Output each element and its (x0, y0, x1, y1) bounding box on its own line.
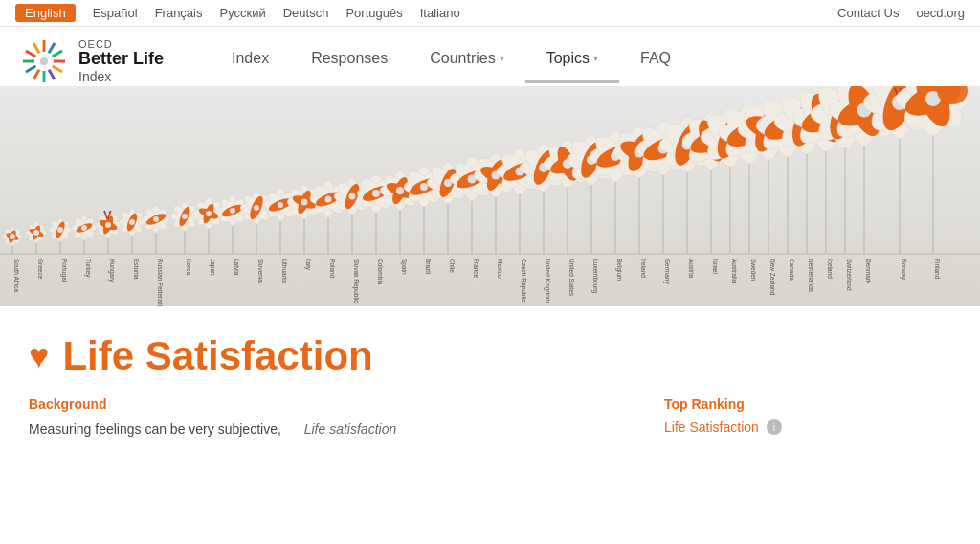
svg-text:New Zealand: New Zealand (769, 259, 776, 296)
svg-text:Lithuania: Lithuania (281, 259, 288, 284)
nav-faq[interactable]: FAQ (619, 40, 692, 83)
svg-text:Germany: Germany (663, 259, 671, 284)
svg-point-30 (33, 230, 39, 236)
svg-text:Austria: Austria (688, 259, 695, 279)
svg-text:Denmark: Denmark (865, 259, 872, 284)
svg-point-46 (81, 225, 87, 231)
svg-point-146 (372, 190, 380, 197)
content-columns: Background Measuring feelings can be ver… (29, 397, 951, 440)
svg-point-97 (230, 208, 235, 214)
background-italic: Life satisfaction (304, 421, 397, 437)
background-heading: Background (29, 397, 626, 412)
background-section: Background Measuring feelings can be ver… (29, 397, 626, 440)
oecd-logo-icon (19, 36, 69, 86)
svg-text:South Africa: South Africa (13, 259, 20, 292)
oecd-link[interactable]: oecd.org (916, 6, 965, 20)
logo-area: OECD Better Life Index (19, 36, 172, 86)
lang-italiano[interactable]: Italiano (420, 6, 460, 20)
svg-text:Colombia: Colombia (377, 259, 384, 285)
svg-point-55 (105, 222, 111, 228)
countries-flower-chart: .petal-white { fill: #f0ece4; stroke: #c… (0, 86, 980, 306)
logo-text: OECD Better Life Index (78, 38, 164, 84)
svg-line-1 (49, 43, 55, 53)
svg-point-21 (10, 234, 15, 239)
top-ranking-label[interactable]: Life Satisfaction (664, 419, 759, 435)
svg-text:Latvia: Latvia (234, 259, 240, 276)
svg-text:Turkey: Turkey (84, 259, 92, 278)
lang-francais[interactable]: Français (155, 6, 203, 20)
svg-point-122 (301, 199, 308, 206)
topics-dropdown-arrow-icon: ▾ (593, 53, 598, 63)
nav-countries[interactable]: Countries ▾ (409, 40, 524, 83)
lang-espanol[interactable]: Español (93, 6, 138, 20)
svg-text:Switzerland: Switzerland (846, 259, 853, 291)
svg-text:Russian Federation: Russian Federation (157, 259, 164, 306)
top-ranking-section: Top Ranking Life Satisfaction i (664, 397, 951, 440)
svg-point-89 (206, 211, 212, 216)
nav-index[interactable]: Index (211, 40, 290, 83)
svg-point-105 (254, 205, 259, 211)
heart-icon: ♥ (29, 336, 49, 376)
svg-text:Luxembourg: Luxembourg (591, 259, 599, 294)
svg-text:Israel: Israel (712, 259, 719, 274)
svg-text:Japan: Japan (209, 259, 216, 276)
section-title: ♥ Life Satisfaction (29, 333, 951, 379)
svg-text:France: France (473, 259, 479, 279)
svg-text:Greece: Greece (37, 259, 44, 280)
lang-portuguese[interactable]: Português (345, 6, 402, 20)
svg-line-5 (49, 70, 55, 79)
svg-text:Spain: Spain (400, 259, 408, 275)
svg-text:Norway: Norway (900, 259, 907, 281)
page-title: Life Satisfaction (62, 333, 372, 379)
svg-text:United States: United States (568, 259, 575, 297)
svg-text:Mexico: Mexico (497, 259, 503, 279)
lang-english[interactable]: English (15, 4, 76, 22)
svg-line-7 (33, 70, 39, 79)
svg-point-80 (182, 214, 188, 219)
svg-text:Belgium: Belgium (615, 259, 623, 281)
background-text: Measuring feelings can be very subjectiv… (29, 421, 281, 437)
svg-text:Slovak Republic: Slovak Republic (352, 259, 360, 304)
svg-text:Korea: Korea (186, 259, 192, 276)
viz-area: .petal-white { fill: #f0ece4; stroke: #c… (0, 86, 980, 306)
top-nav: English Español Français Русский Deutsch… (0, 0, 980, 27)
lang-russian[interactable]: Русский (219, 6, 265, 20)
countries-dropdown-arrow-icon: ▾ (500, 53, 504, 63)
svg-text:Netherlands: Netherlands (808, 259, 814, 293)
svg-line-8 (26, 66, 35, 72)
svg-text:Portugal: Portugal (60, 259, 68, 283)
info-icon[interactable]: i (767, 419, 782, 435)
nav-responses[interactable]: Responses (290, 40, 409, 83)
nav-topics[interactable]: Topics ▾ (525, 40, 619, 83)
svg-text:Italy: Italy (304, 259, 312, 271)
svg-point-130 (325, 196, 332, 203)
svg-text:Australia: Australia (731, 259, 738, 283)
svg-text:Finland: Finland (934, 259, 941, 280)
logo-index: Index (78, 69, 164, 84)
lang-deutsch[interactable]: Deutsch (283, 6, 329, 20)
svg-text:Iceland: Iceland (827, 259, 834, 279)
svg-line-10 (26, 51, 35, 57)
svg-text:Czech Republic: Czech Republic (520, 259, 527, 303)
svg-text:Sweden: Sweden (750, 259, 757, 282)
main-nav: Index Responses Countries ▾ Topics ▾ FAQ (211, 40, 961, 83)
svg-point-138 (349, 193, 356, 200)
svg-text:Brazil: Brazil (425, 259, 432, 275)
svg-text:Slovenia: Slovenia (257, 259, 264, 283)
svg-line-11 (33, 43, 39, 53)
top-ranking-item: Life Satisfaction i (664, 419, 951, 435)
svg-text:Chile: Chile (449, 259, 456, 273)
svg-line-2 (53, 51, 62, 57)
svg-text:Ireland: Ireland (640, 259, 647, 278)
svg-text:United Kingdom: United Kingdom (544, 259, 551, 303)
svg-point-12 (40, 57, 48, 65)
svg-line-4 (53, 66, 62, 72)
svg-point-113 (278, 202, 283, 208)
contact-us-link[interactable]: Contact Us (837, 6, 899, 20)
svg-point-64 (129, 219, 135, 225)
svg-point-155 (396, 187, 404, 194)
svg-text:Estonia: Estonia (133, 259, 140, 280)
svg-text:V: V (103, 208, 112, 222)
svg-text:Canada: Canada (789, 259, 795, 281)
header: OECD Better Life Index Index Responses C… (0, 27, 980, 86)
